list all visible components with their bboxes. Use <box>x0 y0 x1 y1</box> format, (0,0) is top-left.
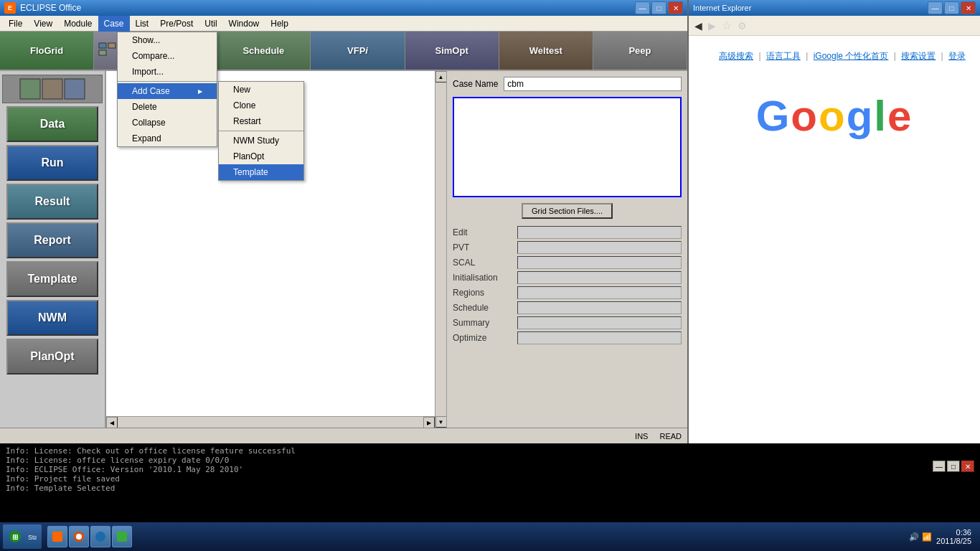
submenu-template[interactable]: Template <box>219 164 303 180</box>
submenu-nwm-study[interactable]: NWM Study <box>219 133 303 149</box>
props-input-regions[interactable] <box>517 286 682 299</box>
sidebar-nwm[interactable]: NWM <box>6 300 98 336</box>
toolbar-peep[interactable]: Peep <box>593 32 687 70</box>
menu-util[interactable]: Util <box>199 16 222 32</box>
toolbar-schedule[interactable]: Schedule <box>217 32 311 70</box>
menu-prepost[interactable]: Pre/Post <box>154 16 199 32</box>
toolbar-simopt[interactable]: SimOpt <box>405 32 499 70</box>
minimize-button[interactable]: — <box>635 1 650 14</box>
browser-link-advanced[interactable]: 高级搜索 <box>719 51 753 61</box>
toolbar-flogrid[interactable]: FloGrid <box>0 32 94 70</box>
maximize-button[interactable]: □ <box>651 1 666 14</box>
sidebar-icon <box>2 75 103 103</box>
taskbar-icon-3[interactable] <box>90 526 110 547</box>
browser-title: Internet Explorer <box>693 4 751 12</box>
menu-module[interactable]: Module <box>58 16 98 32</box>
sidebar-planopt[interactable]: PlanOpt <box>6 339 98 375</box>
scroll-right[interactable]: ▶ <box>423 417 435 428</box>
case-name-input[interactable] <box>504 77 682 91</box>
svg-rect-0 <box>99 43 106 48</box>
props-input-initialisation[interactable] <box>517 271 682 284</box>
submenu-new[interactable]: New <box>219 82 303 98</box>
svg-rect-4 <box>42 79 62 99</box>
browser-link-settings[interactable]: 搜索设置 <box>901 51 936 61</box>
info-line-2: Info: License: office license expiry dat… <box>6 456 974 465</box>
submenu-restart[interactable]: Restart <box>219 113 303 129</box>
case-menu-compare[interactable]: Compare... <box>118 48 217 64</box>
v-scrollbar: ▲ ▼ <box>435 71 446 428</box>
title-bar-controls: — □ ✕ <box>635 1 683 14</box>
browser-star[interactable]: ☆ <box>722 19 732 32</box>
case-menu-sep1 <box>118 81 217 82</box>
browser-link-login[interactable]: 登录 <box>948 51 966 61</box>
props-input-scal[interactable] <box>517 256 682 269</box>
taskbar: ⊞ Start 🔊 📶 0:36 <box>0 522 980 551</box>
case-menu-import[interactable]: Import... <box>118 64 217 80</box>
sidebar-template[interactable]: Template <box>6 261 98 297</box>
props-row-optimize: Optimize <box>453 331 682 344</box>
sidebar-data[interactable]: Data <box>6 106 98 142</box>
browser-close[interactable]: ✕ <box>961 1 976 14</box>
small-maximize[interactable]: □ <box>947 461 960 472</box>
case-menu-delete[interactable]: Delete <box>118 99 217 115</box>
title-bar: E ECLIPSE Office — □ ✕ <box>0 0 687 16</box>
props-label-summary: Summary <box>453 318 517 328</box>
tray-icon-2: 📶 <box>922 532 932 542</box>
browser-link-language[interactable]: 语言工具 <box>766 51 801 61</box>
small-minimize[interactable]: — <box>933 461 946 472</box>
menu-window[interactable]: Window <box>223 16 265 32</box>
svg-text:Start: Start <box>28 534 37 541</box>
browser-maximize[interactable]: □ <box>944 1 959 14</box>
props-label-regions: Regions <box>453 288 517 298</box>
menu-file[interactable]: File <box>3 16 28 32</box>
props-label-schedule: Schedule <box>453 303 517 313</box>
svg-rect-5 <box>65 79 85 99</box>
sidebar-report[interactable]: Report <box>6 222 98 258</box>
submenu-clone[interactable]: Clone <box>219 98 303 113</box>
svg-rect-1 <box>99 50 106 55</box>
scroll-up[interactable]: ▲ <box>435 71 447 83</box>
svg-point-11 <box>76 534 82 540</box>
taskbar-icon-4[interactable] <box>112 526 132 547</box>
svg-rect-3 <box>20 79 40 99</box>
sidebar-result[interactable]: Result <box>6 184 98 220</box>
props-input-schedule[interactable] <box>517 301 682 314</box>
taskbar-icon-1[interactable] <box>47 526 67 547</box>
menu-help[interactable]: Help <box>265 16 294 32</box>
case-menu-collapse[interactable]: Collapse <box>118 115 217 131</box>
svg-rect-9 <box>52 532 62 542</box>
taskbar-start[interactable]: ⊞ Start <box>3 524 42 549</box>
case-preview-box <box>453 97 682 197</box>
sidebar-run[interactable]: Run <box>6 145 98 181</box>
browser-sep-4: | <box>941 51 943 61</box>
small-close[interactable]: ✕ <box>961 461 974 472</box>
browser-back[interactable]: ◀ <box>694 20 702 32</box>
browser-sep-1: | <box>758 51 760 61</box>
scroll-down[interactable]: ▼ <box>435 416 447 428</box>
eclipse-app: E ECLIPSE Office — □ ✕ File View Module … <box>0 0 689 443</box>
case-menu-add-case[interactable]: Add Case ▶ <box>118 83 217 99</box>
toolbar-vfpi[interactable]: VFPi <box>311 32 405 70</box>
browser-tools[interactable]: ⚙ <box>738 20 747 32</box>
scroll-left[interactable]: ◀ <box>106 417 118 428</box>
props-input-pvt[interactable] <box>517 241 682 254</box>
browser-link-igoogle[interactable]: iGoogle 个性化首页 <box>814 51 889 61</box>
browser-minimize[interactable]: — <box>928 1 943 14</box>
props-input-optimize[interactable] <box>517 331 682 344</box>
menu-case[interactable]: Case <box>98 16 130 32</box>
close-button[interactable]: ✕ <box>668 1 683 14</box>
case-menu-show[interactable]: Show... <box>118 32 217 48</box>
props-input-edit[interactable] <box>517 226 682 239</box>
taskbar-icon-2[interactable] <box>69 526 89 547</box>
grid-section-button[interactable]: Grid Section Files.... <box>522 203 613 219</box>
toolbar-weltest[interactable]: Weltest <box>499 32 593 70</box>
props-label-pvt: PVT <box>453 242 517 253</box>
info-panel: Info: License: Check out of office licen… <box>0 443 980 522</box>
props-input-summary[interactable] <box>517 316 682 329</box>
case-menu-expand[interactable]: Expand <box>118 131 217 146</box>
browser-forward[interactable]: ▶ <box>708 20 716 32</box>
submenu-planopt[interactable]: PlanOpt <box>219 149 303 164</box>
browser-links-area: 高级搜索 | 语言工具 | iGoogle 个性化首页 | 搜索设置 | 登录 <box>703 50 966 62</box>
menu-list[interactable]: List <box>130 16 155 32</box>
menu-view[interactable]: View <box>28 16 58 32</box>
